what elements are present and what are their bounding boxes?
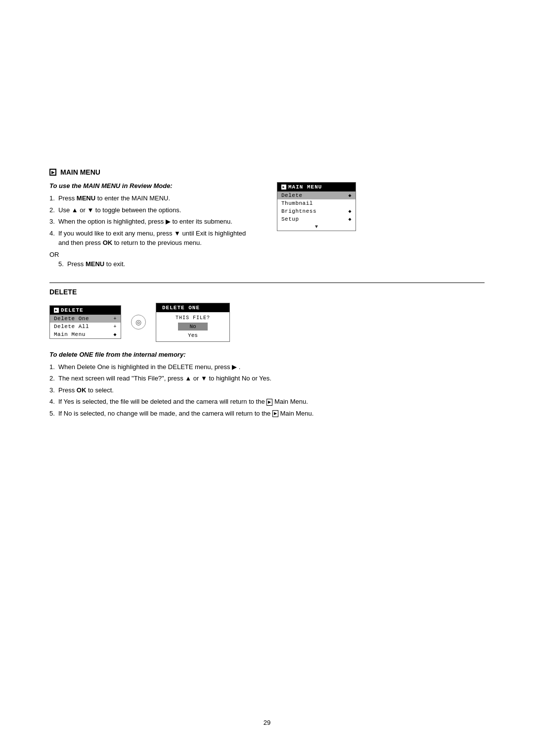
step-2: 2.Use ▲ or ▼ to toggle between the optio… — [49, 205, 257, 215]
page: MAIN MENU To use the MAIN MENU in Review… — [0, 0, 534, 756]
delete-boxes-row: DELETE Delete One + Delete All + Main Me… — [49, 303, 485, 342]
menu-item-setup-label: Setup — [281, 216, 299, 222]
delete-one-content: THIS FILE? No Yes — [156, 312, 229, 341]
delete-item-one: Delete One + — [50, 315, 121, 323]
step-4: 4.If you would like to exit any menu, pr… — [49, 229, 257, 248]
delete-play-sq-icon — [54, 308, 59, 313]
main-menu-box: MAIN MENU Delete ◆ Thumbnail Brightness … — [277, 182, 356, 231]
content-area: MAIN MENU To use the MAIN MENU in Review… — [49, 168, 485, 418]
delete-one-box: DELETE ONE THIS FILE? No Yes — [156, 303, 230, 342]
delete-item-all-arrow: + — [113, 324, 117, 330]
main-menu-box-title: MAIN MENU — [288, 184, 322, 190]
delete-item-one-arrow: + — [113, 316, 117, 322]
main-menu-section: To use the MAIN MENU in Review Mode: 1.P… — [49, 182, 485, 268]
step-3: 3.When the option is highlighted, press … — [49, 217, 257, 227]
delete-heading: DELETE — [49, 283, 485, 296]
main-menu-subsection-title: To use the MAIN MENU in Review Mode: — [49, 182, 257, 189]
menu-item-brightness-arrow: ◆ — [348, 208, 352, 214]
main-menu-ui-box: MAIN MENU Delete ◆ Thumbnail Brightness … — [277, 182, 356, 231]
camera-icon: ◎ — [131, 315, 146, 330]
menu-item-delete-label: Delete — [281, 192, 303, 198]
page-number: 29 — [264, 719, 270, 726]
delete-menu-box: DELETE Delete One + Delete All + Main Me… — [49, 305, 121, 339]
menu-box-footer: ▼ — [277, 223, 356, 231]
main-menu-steps-list: 1.Press MENU to enter the MAIN MENU. 2.U… — [49, 193, 257, 248]
main-menu-title: MAIN MENU — [60, 168, 100, 176]
delete-steps-list: 1.When Delete One is highlighted in the … — [49, 362, 356, 419]
delete-item-one-label: Delete One — [54, 316, 89, 322]
delete-step-4: 4.If Yes is selected, the file will be d… — [49, 397, 356, 407]
delete-step-1: 1.When Delete One is highlighted in the … — [49, 362, 356, 372]
delete-subsection-title: To delete ONE file from the internal mem… — [49, 351, 356, 358]
delete-item-all-label: Delete All — [54, 324, 89, 330]
main-menu-instructions: To use the MAIN MENU in Review Mode: 1.P… — [49, 182, 257, 268]
menu-item-thumbnail: Thumbnail — [277, 199, 356, 207]
delete-menu-box-header: DELETE — [50, 306, 121, 315]
main-menu-box-header: MAIN MENU — [277, 183, 356, 191]
step-5: 5. Press MENU to exit. — [49, 260, 257, 268]
delete-item-all: Delete All + — [50, 323, 121, 331]
menu-item-brightness-label: Brightness — [281, 208, 316, 214]
this-file-prompt: THIS FILE? — [156, 314, 229, 322]
delete-menu-box-title: DELETE — [61, 307, 84, 313]
subsection-title-text: To use the MAIN MENU in Review Mode: — [49, 182, 173, 189]
delete-subsection-title-text: To delete ONE file from the internal mem… — [49, 351, 185, 358]
play-sq-icon — [281, 185, 286, 189]
menu-item-delete: Delete ◆ — [277, 191, 356, 199]
menu-item-thumbnail-label: Thumbnail — [281, 200, 313, 206]
delete-step-3: 3.Press OK to select. — [49, 385, 356, 395]
menu-item-setup: Setup ◆ — [277, 215, 356, 223]
delete-item-main-menu: Main Menu ◆ — [50, 331, 121, 338]
delete-step-2: 2.The next screen will read "This File?"… — [49, 374, 356, 383]
menu-item-delete-arrow: ◆ — [348, 192, 352, 198]
menu-item-setup-arrow: ◆ — [348, 216, 352, 222]
main-menu-heading: MAIN MENU — [49, 168, 485, 176]
delete-one-header: DELETE ONE — [156, 303, 229, 312]
or-text: OR — [49, 251, 257, 258]
delete-one-title: DELETE ONE — [162, 305, 200, 311]
delete-section: DELETE DELETE Delete One + Delete All — [49, 283, 485, 419]
step-1: 1.Press MENU to enter the MAIN MENU. — [49, 193, 257, 203]
no-option: No — [178, 323, 208, 331]
delete-steps: To delete ONE file from the internal mem… — [49, 351, 356, 419]
yes-option: Yes — [156, 331, 229, 339]
delete-step-5: 5.If No is selected, no change will be m… — [49, 409, 356, 419]
arrow-between-boxes: ◎ — [131, 315, 146, 330]
menu-item-brightness: Brightness ◆ — [277, 207, 356, 215]
play-icon — [49, 169, 56, 176]
delete-item-main-menu-arrow: ◆ — [113, 331, 117, 337]
delete-item-main-menu-label: Main Menu — [54, 331, 86, 337]
